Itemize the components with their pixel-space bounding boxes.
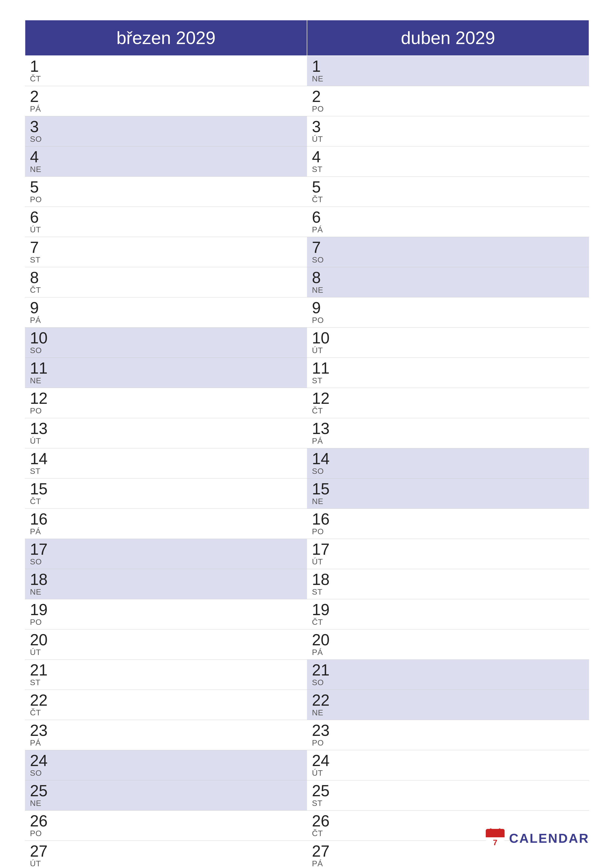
day-name: ÚT: [312, 557, 584, 566]
day-name: PO: [30, 195, 302, 204]
day-number: 26: [30, 813, 302, 829]
header-row: březen 2029 duben 2029: [25, 20, 589, 56]
day-name: PÁ: [312, 225, 584, 234]
day-row: 18NE18ST: [25, 569, 589, 599]
march-day-cell: 25NE: [25, 780, 307, 811]
day-name: ČT: [312, 618, 584, 627]
day-name: NE: [30, 799, 302, 808]
april-day-cell: 1NE: [307, 56, 589, 86]
day-row: 24SO24ÚT: [25, 750, 589, 780]
april-day-cell: 3ÚT: [307, 116, 589, 146]
day-name: PO: [30, 829, 302, 838]
day-number: 25: [312, 783, 584, 799]
day-row: 5PO5ČT: [25, 177, 589, 207]
day-row: 2PÁ2PO: [25, 86, 589, 116]
march-day-cell: 10SO: [25, 328, 307, 358]
day-row: 9PÁ9PO: [25, 298, 589, 328]
march-day-cell: 17SO: [25, 539, 307, 569]
day-row: 14ST14SO: [25, 448, 589, 479]
april-day-cell: 5ČT: [307, 177, 589, 207]
day-number: 4: [30, 149, 302, 165]
day-name: SO: [30, 769, 302, 778]
day-name: PO: [312, 527, 584, 536]
march-day-cell: 23PÁ: [25, 720, 307, 750]
day-number: 22: [312, 692, 584, 708]
day-number: 27: [30, 843, 302, 859]
svg-text:7: 7: [493, 838, 497, 847]
day-number: 16: [312, 511, 584, 527]
day-name: PÁ: [30, 104, 302, 113]
day-number: 13: [30, 421, 302, 437]
day-row: 4NE4ST: [25, 146, 589, 177]
day-number: 3: [312, 119, 584, 135]
day-number: 26: [312, 813, 584, 829]
day-row: 20ÚT20PÁ: [25, 629, 589, 660]
april-day-cell: 15NE: [307, 479, 589, 509]
march-day-cell: 13ÚT: [25, 418, 307, 448]
day-number: 18: [30, 572, 302, 587]
april-day-cell: 22NE: [307, 690, 589, 720]
march-day-cell: 27ÚT: [25, 841, 307, 868]
day-row: 11NE11ST: [25, 358, 589, 388]
day-number: 8: [312, 270, 584, 285]
day-name: NE: [312, 285, 584, 295]
april-day-cell: 8NE: [307, 267, 589, 298]
day-name: ST: [312, 587, 584, 597]
day-number: 11: [312, 360, 584, 376]
april-day-cell: 7SO: [307, 237, 589, 267]
day-name: SO: [312, 678, 584, 687]
day-number: 20: [312, 632, 584, 648]
march-day-cell: 19PO: [25, 599, 307, 629]
april-day-cell: 6PÁ: [307, 207, 589, 237]
day-number: 16: [30, 511, 302, 527]
day-number: 19: [312, 602, 584, 618]
svg-rect-7: [499, 828, 501, 833]
day-number: 9: [30, 300, 302, 316]
march-day-cell: 18NE: [25, 569, 307, 599]
day-row: 17SO17ÚT: [25, 539, 589, 569]
day-number: 7: [30, 240, 302, 255]
day-row: 19PO19ČT: [25, 599, 589, 629]
day-row: 7ST7SO: [25, 237, 589, 267]
day-name: ÚT: [30, 648, 302, 657]
day-name: ÚT: [30, 225, 302, 234]
day-name: PÁ: [30, 738, 302, 747]
day-name: ČT: [30, 497, 302, 506]
day-name: PÁ: [312, 648, 584, 657]
day-number: 22: [30, 692, 302, 708]
march-day-cell: 14ST: [25, 448, 307, 479]
april-day-cell: 18ST: [307, 569, 589, 599]
april-day-cell: 9PO: [307, 298, 589, 328]
calendar-table: březen 2029 duben 2029 1ČT1NE2PÁ2PO3SO3Ú…: [25, 20, 589, 868]
day-row: 12PO12ČT: [25, 388, 589, 418]
day-number: 6: [30, 209, 302, 225]
day-name: ST: [312, 799, 584, 808]
day-number: 7: [312, 240, 584, 255]
day-number: 14: [30, 451, 302, 467]
day-name: ST: [30, 255, 302, 265]
day-number: 9: [312, 300, 584, 316]
month2-header: duben 2029: [307, 20, 589, 56]
day-row: 21ST21SO: [25, 660, 589, 690]
day-name: ÚT: [312, 346, 584, 355]
april-day-cell: 11ST: [307, 358, 589, 388]
day-name: SO: [30, 135, 302, 144]
march-day-cell: 24SO: [25, 750, 307, 780]
day-name: PO: [30, 406, 302, 415]
day-name: SO: [30, 346, 302, 355]
march-day-cell: 12PO: [25, 388, 307, 418]
calendar-logo-icon: 7: [485, 828, 505, 848]
march-day-cell: 4NE: [25, 146, 307, 177]
day-row: 22ČT22NE: [25, 690, 589, 720]
day-name: ČT: [30, 285, 302, 295]
day-name: NE: [312, 497, 584, 506]
day-name: PÁ: [30, 316, 302, 325]
day-name: ST: [30, 678, 302, 687]
day-number: 15: [312, 481, 584, 497]
day-number: 21: [30, 662, 302, 678]
day-name: NE: [30, 376, 302, 385]
april-day-cell: 25ST: [307, 780, 589, 811]
day-number: 25: [30, 783, 302, 799]
day-number: 10: [312, 330, 584, 346]
day-row: 10SO10ÚT: [25, 328, 589, 358]
